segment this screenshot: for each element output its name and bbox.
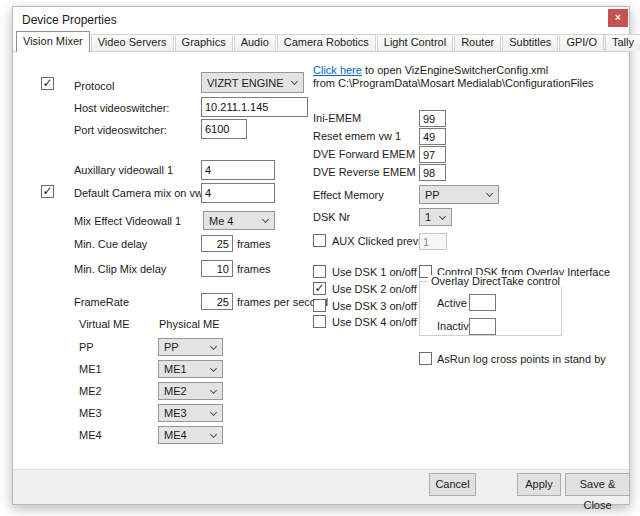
min-clip-delay-label: Min. Clip Mix delay [74, 263, 166, 276]
tab-tally[interactable]: Tally [605, 34, 640, 51]
use-dsk-2-checkbox[interactable] [313, 282, 326, 295]
tab-subtitles[interactable]: Subtitles [502, 34, 558, 51]
aux-videowall-input[interactable] [201, 160, 275, 180]
virtual-me1-label: ME1 [79, 363, 102, 376]
physical-me3-select[interactable]: ME3 [158, 404, 223, 422]
overlay-active-label: Active [437, 297, 467, 310]
effect-memory-select[interactable]: PP [419, 185, 499, 204]
config-xml-path: from C:\ProgramData\Mosart Medialab\Conf… [313, 77, 594, 90]
use-dsk-1-checkbox[interactable] [313, 265, 326, 278]
dsk-nr-select[interactable]: 1 [419, 208, 452, 226]
physical-me2-select[interactable]: ME2 [158, 382, 223, 400]
physical-me-pp-select[interactable]: PP [158, 338, 223, 356]
cancel-button[interactable]: Cancel [429, 473, 476, 496]
asrun-log-checkbox[interactable] [419, 352, 432, 365]
default-camera-label: Default Camera mix on vw [74, 187, 203, 200]
save-close-button[interactable]: Save & Close [565, 473, 630, 496]
protocol-label: Protocol [74, 80, 114, 93]
dve-forward-emem-input[interactable] [419, 146, 446, 163]
config-xml-link[interactable]: Click here [313, 64, 362, 76]
use-dsk-1-label: Use DSK 1 on/off [332, 266, 417, 279]
effect-memory-value: PP [425, 189, 440, 201]
min-clip-delay-unit: frames [237, 263, 271, 276]
mix-effect-select-value: Me 4 [209, 215, 233, 227]
min-clip-delay-input[interactable] [201, 260, 233, 277]
tabstrip-baseline [13, 51, 629, 52]
tab-video-servers[interactable]: Video Servers [91, 34, 174, 51]
config-xml-line: Click here to open VizEngineSwitcherConf… [313, 64, 548, 77]
aux-clicked-preview-checkbox[interactable] [313, 234, 326, 247]
port-videoswitcher-input[interactable] [201, 119, 247, 139]
close-button[interactable]: × [608, 9, 628, 27]
chevron-down-icon [210, 342, 217, 349]
effect-memory-label: Effect Memory [313, 189, 384, 202]
physical-me4-value: ME4 [164, 429, 187, 441]
use-dsk-2-label: Use DSK 2 on/off [332, 283, 417, 296]
physical-me1-select[interactable]: ME1 [158, 360, 223, 378]
tab-vision-mixer[interactable]: Vision Mixer [16, 31, 90, 52]
chevron-down-icon [262, 216, 269, 223]
chevron-down-icon [210, 408, 217, 415]
tab-light-control[interactable]: Light Control [377, 34, 453, 51]
dve-reverse-emem-label: DVE Reverse EMEM [313, 166, 416, 179]
asrun-log-label: AsRun log cross points in stand by [437, 353, 606, 366]
min-cue-delay-input[interactable] [201, 235, 233, 252]
physical-me-pp-value: PP [164, 341, 179, 353]
aux-clicked-preview-input [419, 233, 447, 250]
physical-me1-value: ME1 [164, 363, 187, 375]
physical-me4-select[interactable]: ME4 [158, 426, 223, 444]
chevron-down-icon [210, 430, 217, 437]
virtual-me2-label: ME2 [79, 385, 102, 398]
use-dsk-4-label: Use DSK 4 on/off [332, 316, 417, 329]
min-cue-delay-unit: frames [237, 238, 271, 251]
port-label: Port videoswitcher: [74, 124, 167, 137]
dve-forward-emem-label: DVE Forward EMEM [313, 148, 415, 161]
mix-effect-select[interactable]: Me 4 [203, 211, 275, 230]
host-label: Host videoswitcher: [74, 102, 169, 115]
tab-graphics[interactable]: Graphics [175, 34, 233, 51]
ini-emem-input[interactable] [419, 110, 446, 127]
default-camera-checkbox[interactable] [41, 185, 54, 198]
physical-me-header: Physical ME [159, 318, 220, 331]
protocol-select[interactable]: VIZRT ENGINE [201, 72, 304, 93]
footer-bar: Cancel Apply Save & Close [13, 469, 629, 504]
device-properties-dialog: Device Properties × Vision Mixer Video S… [12, 6, 630, 505]
dsk-nr-value: 1 [425, 211, 431, 223]
physical-me3-value: ME3 [164, 407, 187, 419]
mix-effect-label: Mix Effect Videowall 1 [74, 215, 181, 228]
dve-reverse-emem-input[interactable] [419, 164, 446, 181]
reset-emem-input[interactable] [419, 128, 446, 145]
aux-videowall-label: Auxillary videowall 1 [74, 164, 173, 177]
close-icon: × [615, 13, 621, 23]
tab-audio[interactable]: Audio [234, 34, 276, 51]
virtual-me-pp-label: PP [79, 341, 94, 354]
chevron-down-icon [210, 364, 217, 371]
chevron-down-icon [486, 190, 493, 197]
reset-emem-label: Reset emem vw 1 [313, 130, 401, 143]
virtual-me4-label: ME4 [79, 429, 102, 442]
use-dsk-4-checkbox[interactable] [313, 315, 326, 328]
virtual-me3-label: ME3 [79, 407, 102, 420]
framerate-input[interactable] [201, 293, 233, 310]
overlay-inactive-input[interactable] [469, 318, 496, 335]
protocol-checkbox[interactable] [41, 77, 54, 90]
chevron-down-icon [439, 212, 446, 219]
physical-me2-value: ME2 [164, 385, 187, 397]
apply-button[interactable]: Apply [517, 473, 561, 496]
min-cue-delay-label: Min. Cue delay [74, 238, 147, 251]
chevron-down-icon [291, 78, 298, 85]
tab-router[interactable]: Router [454, 34, 501, 51]
tab-camera-robotics[interactable]: Camera Robotics [277, 34, 376, 51]
tab-strip: Vision Mixer Video Servers Graphics Audi… [16, 32, 640, 51]
chevron-down-icon [210, 386, 217, 393]
use-dsk-3-checkbox[interactable] [313, 299, 326, 312]
host-videoswitcher-input[interactable] [201, 97, 308, 117]
dsk-nr-label: DSK Nr [313, 211, 350, 224]
framerate-label: FrameRate [74, 296, 129, 309]
tab-gpio[interactable]: GPI/O [559, 34, 604, 51]
window-title: Device Properties [22, 13, 117, 27]
use-dsk-3-label: Use DSK 3 on/off [332, 300, 417, 313]
overlay-active-input[interactable] [469, 294, 496, 311]
default-camera-input[interactable] [201, 183, 275, 203]
config-xml-link-suffix: to open VizEngineSwitcherConfig.xml [362, 64, 548, 76]
